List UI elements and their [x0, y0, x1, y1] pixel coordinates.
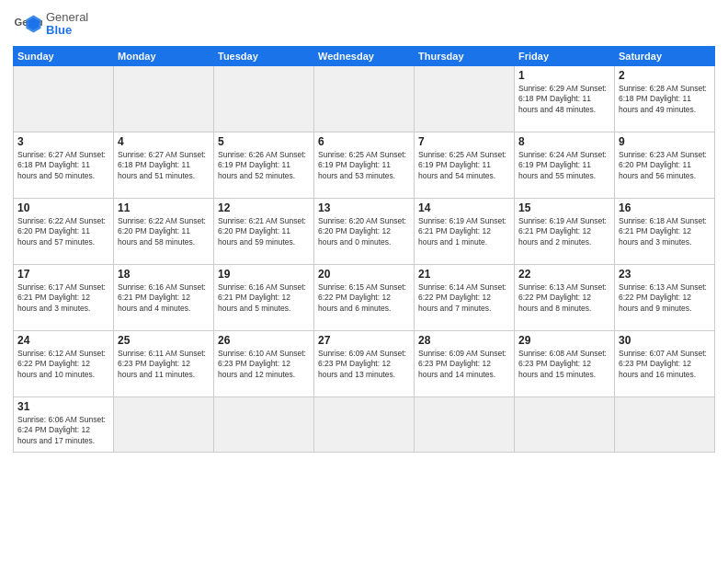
calendar-cell: 4Sunrise: 6:27 AM Sunset: 6:18 PM Daylig… [114, 132, 214, 199]
day-number: 5 [218, 135, 310, 148]
day-number: 18 [118, 268, 210, 281]
calendar-cell: 17Sunrise: 6:17 AM Sunset: 6:21 PM Dayli… [14, 265, 114, 331]
day-number: 25 [118, 334, 210, 347]
day-number: 26 [218, 334, 310, 347]
col-header-sunday: Sunday [14, 47, 114, 66]
header: General General Blue [13, 9, 715, 39]
calendar-cell: 14Sunrise: 6:19 AM Sunset: 6:21 PM Dayli… [415, 199, 515, 265]
calendar-cell: 12Sunrise: 6:21 AM Sunset: 6:20 PM Dayli… [214, 199, 314, 265]
calendar-cell: 31Sunrise: 6:06 AM Sunset: 6:24 PM Dayli… [14, 397, 114, 453]
day-number: 16 [619, 201, 711, 214]
calendar-cell [314, 397, 415, 453]
day-number: 17 [17, 268, 109, 281]
day-number: 10 [17, 201, 109, 214]
calendar-cell: 28Sunrise: 6:09 AM Sunset: 6:23 PM Dayli… [415, 331, 515, 397]
day-info: Sunrise: 6:18 AM Sunset: 6:21 PM Dayligh… [619, 216, 711, 247]
day-number: 21 [418, 268, 510, 281]
day-info: Sunrise: 6:08 AM Sunset: 6:23 PM Dayligh… [518, 349, 610, 380]
day-info: Sunrise: 6:15 AM Sunset: 6:22 PM Dayligh… [318, 282, 410, 314]
day-number: 12 [218, 201, 310, 214]
calendar-cell: 9Sunrise: 6:23 AM Sunset: 6:20 PM Daylig… [615, 132, 715, 199]
day-number: 9 [619, 135, 711, 148]
calendar-cell: 23Sunrise: 6:13 AM Sunset: 6:22 PM Dayli… [615, 265, 715, 331]
calendar-week-5: 31Sunrise: 6:06 AM Sunset: 6:24 PM Dayli… [14, 397, 715, 453]
day-number: 22 [518, 268, 610, 281]
calendar-cell: 7Sunrise: 6:25 AM Sunset: 6:19 PM Daylig… [415, 132, 515, 199]
day-info: Sunrise: 6:12 AM Sunset: 6:22 PM Dayligh… [17, 349, 109, 380]
logo-icon: General [13, 9, 42, 39]
calendar-cell: 27Sunrise: 6:09 AM Sunset: 6:23 PM Dayli… [314, 331, 415, 397]
calendar-cell: 16Sunrise: 6:18 AM Sunset: 6:21 PM Dayli… [615, 199, 715, 265]
day-number: 29 [518, 334, 610, 347]
day-number: 11 [118, 201, 210, 214]
day-number: 4 [118, 135, 210, 148]
calendar-cell: 15Sunrise: 6:19 AM Sunset: 6:21 PM Dayli… [515, 199, 615, 265]
calendar-week-0: 1Sunrise: 6:29 AM Sunset: 6:18 PM Daylig… [14, 66, 715, 132]
day-info: Sunrise: 6:09 AM Sunset: 6:23 PM Dayligh… [318, 349, 410, 380]
calendar-cell [114, 397, 214, 453]
day-number: 15 [518, 201, 610, 214]
logo: General General Blue [13, 9, 88, 39]
day-info: Sunrise: 6:27 AM Sunset: 6:18 PM Dayligh… [118, 150, 210, 181]
day-info: Sunrise: 6:09 AM Sunset: 6:23 PM Dayligh… [418, 349, 510, 380]
calendar-cell: 3Sunrise: 6:27 AM Sunset: 6:18 PM Daylig… [14, 132, 114, 199]
day-number: 28 [418, 334, 510, 347]
day-number: 1 [518, 69, 610, 82]
col-header-monday: Monday [114, 47, 214, 66]
calendar-cell [415, 66, 515, 132]
day-info: Sunrise: 6:13 AM Sunset: 6:22 PM Dayligh… [619, 282, 711, 314]
col-header-friday: Friday [515, 47, 615, 66]
calendar-cell: 22Sunrise: 6:13 AM Sunset: 6:22 PM Dayli… [515, 265, 615, 331]
day-info: Sunrise: 6:29 AM Sunset: 6:18 PM Dayligh… [518, 84, 610, 115]
day-info: Sunrise: 6:28 AM Sunset: 6:18 PM Dayligh… [619, 84, 711, 115]
day-number: 30 [619, 334, 711, 347]
day-info: Sunrise: 6:07 AM Sunset: 6:23 PM Dayligh… [619, 349, 711, 380]
day-info: Sunrise: 6:22 AM Sunset: 6:20 PM Dayligh… [17, 216, 109, 247]
day-info: Sunrise: 6:13 AM Sunset: 6:22 PM Dayligh… [518, 282, 610, 314]
calendar-cell: 21Sunrise: 6:14 AM Sunset: 6:22 PM Dayli… [415, 265, 515, 331]
day-info: Sunrise: 6:27 AM Sunset: 6:18 PM Dayligh… [17, 150, 109, 181]
calendar-cell: 25Sunrise: 6:11 AM Sunset: 6:23 PM Dayli… [114, 331, 214, 397]
day-info: Sunrise: 6:17 AM Sunset: 6:21 PM Dayligh… [17, 282, 109, 314]
col-header-saturday: Saturday [615, 47, 715, 66]
day-info: Sunrise: 6:21 AM Sunset: 6:20 PM Dayligh… [218, 216, 310, 247]
calendar-cell: 8Sunrise: 6:24 AM Sunset: 6:19 PM Daylig… [515, 132, 615, 199]
day-number: 24 [17, 334, 109, 347]
calendar-cell [214, 397, 314, 453]
calendar-cell: 20Sunrise: 6:15 AM Sunset: 6:22 PM Dayli… [314, 265, 415, 331]
day-info: Sunrise: 6:19 AM Sunset: 6:21 PM Dayligh… [518, 216, 610, 247]
day-number: 3 [17, 135, 109, 148]
calendar-cell: 24Sunrise: 6:12 AM Sunset: 6:22 PM Dayli… [14, 331, 114, 397]
day-info: Sunrise: 6:10 AM Sunset: 6:23 PM Dayligh… [218, 349, 310, 380]
col-header-tuesday: Tuesday [214, 47, 314, 66]
calendar-cell [214, 66, 314, 132]
day-number: 7 [418, 135, 510, 148]
day-info: Sunrise: 6:22 AM Sunset: 6:20 PM Dayligh… [118, 216, 210, 247]
day-number: 13 [318, 201, 410, 214]
calendar-cell [515, 397, 615, 453]
calendar-table: SundayMondayTuesdayWednesdayThursdayFrid… [13, 46, 715, 453]
calendar-cell: 18Sunrise: 6:16 AM Sunset: 6:21 PM Dayli… [114, 265, 214, 331]
calendar-week-1: 3Sunrise: 6:27 AM Sunset: 6:18 PM Daylig… [14, 132, 715, 199]
calendar-header-row: SundayMondayTuesdayWednesdayThursdayFrid… [14, 47, 715, 66]
calendar-cell: 1Sunrise: 6:29 AM Sunset: 6:18 PM Daylig… [515, 66, 615, 132]
day-number: 19 [218, 268, 310, 281]
calendar-week-3: 17Sunrise: 6:17 AM Sunset: 6:21 PM Dayli… [14, 265, 715, 331]
page-container: General General Blue SundayMondayTuesday… [0, 0, 728, 458]
calendar-cell [415, 397, 515, 453]
day-info: Sunrise: 6:25 AM Sunset: 6:19 PM Dayligh… [418, 150, 510, 181]
calendar-cell: 19Sunrise: 6:16 AM Sunset: 6:21 PM Dayli… [214, 265, 314, 331]
day-info: Sunrise: 6:14 AM Sunset: 6:22 PM Dayligh… [418, 282, 510, 314]
col-header-thursday: Thursday [415, 47, 515, 66]
day-info: Sunrise: 6:11 AM Sunset: 6:23 PM Dayligh… [118, 349, 210, 380]
calendar-cell: 10Sunrise: 6:22 AM Sunset: 6:20 PM Dayli… [14, 199, 114, 265]
day-info: Sunrise: 6:20 AM Sunset: 6:20 PM Dayligh… [318, 216, 410, 247]
calendar-cell [14, 66, 114, 132]
day-info: Sunrise: 6:23 AM Sunset: 6:20 PM Dayligh… [619, 150, 711, 181]
day-number: 23 [619, 268, 711, 281]
calendar-cell: 26Sunrise: 6:10 AM Sunset: 6:23 PM Dayli… [214, 331, 314, 397]
day-number: 6 [318, 135, 410, 148]
calendar-cell [314, 66, 415, 132]
calendar-cell: 5Sunrise: 6:26 AM Sunset: 6:19 PM Daylig… [214, 132, 314, 199]
day-number: 31 [17, 400, 109, 413]
